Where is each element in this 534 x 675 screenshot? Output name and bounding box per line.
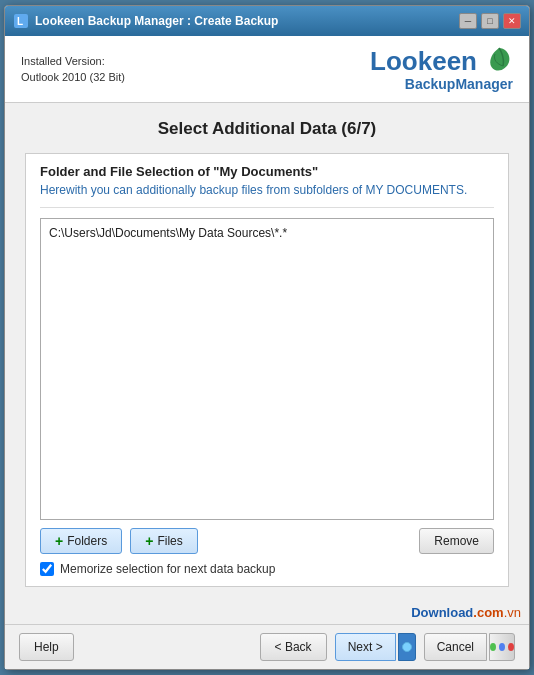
content-area: Select Additional Data (6/7) Folder and … [5,103,529,603]
cancel-group: Cancel [424,633,515,661]
files-button[interactable]: + Files [130,528,198,554]
help-button[interactable]: Help [19,633,74,661]
green-dot [490,643,496,651]
back-button[interactable]: < Back [260,633,327,661]
installed-info: Installed Version: Outlook 2010 (32 Bit) [21,53,125,86]
app-icon: L [13,13,29,29]
memorize-checkbox[interactable] [40,562,54,576]
logo-area: Lookeen BackupManager [370,46,513,92]
desc-link: additionally backup files from subfolder… [136,183,464,197]
installed-version: Outlook 2010 (32 Bit) [21,69,125,86]
desc-prefix: Herewith you can [40,183,136,197]
cancel-color-dots[interactable] [489,633,515,661]
maximize-button[interactable]: □ [481,13,499,29]
next-group: Next > [335,633,416,661]
installed-label: Installed Version: [21,53,125,70]
watermark: Download.com.vn [5,603,529,624]
logo-main-text: Lookeen [370,48,477,74]
title-bar-left: L Lookeen Backup Manager : Create Backup [13,13,278,29]
section-box: Folder and File Selection of "My Documen… [25,153,509,587]
close-button[interactable]: ✕ [503,13,521,29]
memorize-row: Memorize selection for next data backup [40,562,494,576]
files-label: Files [157,534,182,548]
title-bar-controls: ─ □ ✕ [459,13,521,29]
divider [40,207,494,208]
remove-button[interactable]: Remove [419,528,494,554]
section-desc: Herewith you can additionally backup fil… [40,183,494,197]
svg-text:L: L [17,16,23,27]
window-title: Lookeen Backup Manager : Create Backup [35,14,278,28]
file-list: C:\Users\Jd\Documents\My Data Sources\*.… [40,218,494,520]
memorize-label: Memorize selection for next data backup [60,562,275,576]
cancel-button[interactable]: Cancel [424,633,487,661]
desc-suffix: . [464,183,467,197]
footer-nav-right: < Back Next > Cancel [260,633,515,661]
next-button[interactable]: Next > [335,633,396,661]
red-dot [508,643,514,651]
logo-sub-text: BackupManager [405,76,513,92]
logo-leaf-icon [485,46,513,74]
section-title: Folder and File Selection of "My Documen… [40,164,494,179]
header-area: Installed Version: Outlook 2010 (32 Bit)… [5,36,529,103]
remove-label: Remove [434,534,479,548]
files-plus-icon: + [145,533,153,549]
page-title: Select Additional Data (6/7) [25,119,509,139]
footer-area: Help < Back Next > Cancel [5,624,529,669]
title-bar: L Lookeen Backup Manager : Create Backup… [5,6,529,36]
minimize-button[interactable]: ─ [459,13,477,29]
next-dropdown-dot[interactable] [398,633,416,661]
folders-plus-icon: + [55,533,63,549]
folders-button[interactable]: + Folders [40,528,122,554]
main-window: L Lookeen Backup Manager : Create Backup… [4,5,530,670]
action-buttons-row: + Folders + Files Remove [40,528,494,554]
blue-dot [499,643,505,651]
file-entry: C:\Users\Jd\Documents\My Data Sources\*.… [47,225,487,241]
folders-label: Folders [67,534,107,548]
